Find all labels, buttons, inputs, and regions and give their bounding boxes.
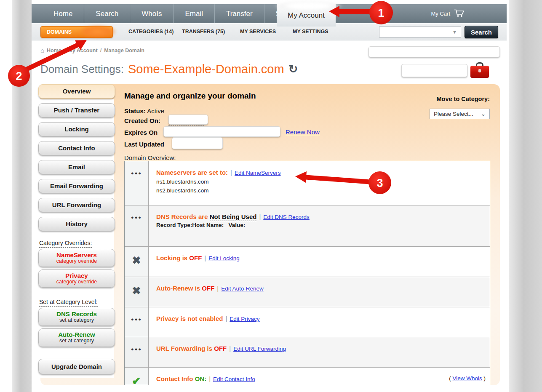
- page-container: HomeSearchWhoIsEmailTransferSSL My Accou…: [32, 4, 507, 385]
- updated-line: Last Updated: [124, 141, 164, 148]
- subnav-item-categories-14[interactable]: CATEGORIES (14): [128, 29, 174, 35]
- sidebar-item-nameservers[interactable]: NameServerscategory override: [38, 249, 115, 267]
- note-post: ): [482, 375, 486, 381]
- nav-tab-search[interactable]: Search: [84, 4, 130, 23]
- table-row: ●●●Nameservers are set to:|Edit NameServ…: [125, 161, 490, 205]
- table-row-status-cell: ✔: [125, 368, 149, 385]
- sidebar-item-label: Email Forwarding: [40, 182, 113, 189]
- top-navbar: HomeSearchWhoIsEmailTransferSSL My Accou…: [32, 4, 507, 23]
- move-to-category-label: Move to Category:: [406, 96, 490, 102]
- subnav-item-my-settings[interactable]: MY SETTINGS: [293, 29, 328, 35]
- nav-tab-email[interactable]: Email: [173, 4, 214, 23]
- top-nav-tabs: HomeSearchWhoIsEmailTransferSSL: [42, 4, 301, 23]
- row-title-segment: Privacy is not enabled: [156, 315, 223, 322]
- table-row-line: ns2.bluestardns.com: [156, 187, 483, 194]
- sidebar-item-history[interactable]: History: [38, 217, 115, 231]
- sidebar-item-sublabel: set at category: [40, 317, 113, 323]
- breadcrumb-my-account[interactable]: My Account: [68, 48, 97, 53]
- sub-navbar: DOMAINSCATEGORIES (14)TRANSFERS (75)MY S…: [32, 23, 507, 40]
- sidebar-item-contact-info[interactable]: Contact Info: [38, 141, 115, 155]
- sidebar-item-label: Privacy: [40, 272, 113, 279]
- sidebar-item-overview[interactable]: Overview: [38, 84, 115, 99]
- row-title-segment: Auto-Renew is: [156, 285, 202, 292]
- sidebar-item-label: Locking: [40, 125, 113, 133]
- row-title-segment: ON:: [195, 375, 207, 382]
- domain-name: Some-Example-Domain.com: [128, 62, 284, 76]
- table-row-record-headers: Record Type:Host Name: Value:: [156, 222, 483, 228]
- table-row-status-cell: ✖: [125, 277, 149, 307]
- redacted-field: [401, 64, 467, 77]
- edit-edit-locking-link[interactable]: Edit Locking: [208, 255, 240, 261]
- subnav-item-transfers-75[interactable]: TRANSFERS (75): [182, 29, 225, 35]
- edit-edit-dns-records-link[interactable]: Edit DNS Records: [263, 214, 310, 220]
- chevron-down-icon: ▼: [452, 29, 457, 35]
- created-line: Created On:: [124, 117, 160, 124]
- sidebar-item-email[interactable]: Email: [38, 160, 115, 174]
- cart-icon: [454, 9, 465, 19]
- refresh-icon[interactable]: ↻: [288, 64, 298, 75]
- table-row-title: URL Forwarding is OFF|Edit URL Forwardin…: [156, 345, 483, 352]
- ellipsis-icon: ●●●: [131, 317, 142, 337]
- ellipsis-icon: ●●●: [131, 171, 142, 205]
- domain-overview-table: ●●●Nameservers are set to:|Edit NameServ…: [124, 161, 490, 385]
- sidebar-item-sublabel: set at category: [40, 338, 113, 344]
- edit-edit-privacy-link[interactable]: Edit Privacy: [230, 316, 259, 322]
- table-row-line: ns1.bluestardns.com: [156, 179, 483, 185]
- sidebar-item-auto-renew[interactable]: Auto-Renewset at category: [38, 328, 115, 347]
- table-row: ✔Contact Info ON:|Edit Contact Info( Vie…: [125, 368, 490, 385]
- redacted-date: [163, 126, 280, 137]
- sidebar-gap: [38, 349, 115, 359]
- domain-search-select[interactable]: ▼: [379, 27, 461, 37]
- breadcrumb-manage-domain: Manage Domain: [104, 48, 144, 53]
- sidebar-item-locking[interactable]: Locking: [38, 122, 115, 136]
- category-overrides-heading: Category Overrides:: [39, 240, 115, 246]
- my-cart[interactable]: My Cart: [431, 4, 465, 23]
- table-row: ✖Auto-Renew is OFF|Edit Auto-Renew: [125, 277, 490, 307]
- move-to-category-select[interactable]: Please Select... ⌄: [430, 109, 490, 119]
- sidebar-item-email-forwarding[interactable]: Email Forwarding: [38, 179, 115, 193]
- left-gutter: [12, 0, 32, 392]
- row-title-segment: OFF: [214, 345, 227, 352]
- table-row: ●●●Privacy is not enabled|Edit Privacy: [125, 307, 490, 337]
- set-at-category-heading-text: Set at Category Level:: [39, 299, 98, 307]
- edit-edit-nameservers-link[interactable]: Edit NameServers: [235, 170, 281, 176]
- domain-overview-label: Domain Overview:: [124, 154, 176, 161]
- nav-tab-transfer[interactable]: Transfer: [214, 4, 264, 23]
- edit-edit-auto-renew-link[interactable]: Edit Auto-Renew: [221, 285, 264, 292]
- sidebar-item-privacy[interactable]: Privacycategory override: [38, 269, 115, 288]
- sidebar-item-url-forwarding[interactable]: URL Forwarding: [38, 198, 115, 212]
- tab-my-account[interactable]: My Account: [277, 4, 336, 27]
- renew-now-link[interactable]: Renew Now: [286, 128, 320, 136]
- separator: |: [217, 285, 219, 292]
- expires-label: Expires On: [124, 129, 158, 136]
- category-overrides-heading-text: Category Overrides:: [39, 240, 92, 248]
- subnav-item-my-services[interactable]: MY SERVICES: [240, 29, 276, 35]
- set-at-category-heading: Set at Category Level:: [39, 299, 115, 305]
- subnav-item-domains[interactable]: DOMAINS: [40, 26, 113, 38]
- separator: |: [204, 254, 206, 261]
- sidebar-item-label: Overview: [40, 88, 113, 95]
- search-button[interactable]: Search: [465, 26, 498, 38]
- edit-edit-url-forwarding-link[interactable]: Edit URL Forwarding: [233, 346, 286, 352]
- view-whois-link[interactable]: View Whois: [452, 375, 482, 381]
- sidebar: OverviewPush / TransferLockingContact In…: [38, 84, 115, 379]
- sidebar-item-push-transfer[interactable]: Push / Transfer: [38, 103, 115, 117]
- edit-edit-contact-info-link[interactable]: Edit Contact Info: [213, 376, 255, 382]
- status-line: Status: Active: [124, 107, 164, 115]
- toolbox-icon[interactable]: [470, 62, 489, 78]
- renew-now: Renew Now: [286, 128, 320, 136]
- sidebar-item-dns-records[interactable]: DNS Recordsset at category: [38, 308, 115, 326]
- table-row-status-cell: ✖: [125, 247, 149, 277]
- nav-tab-whois[interactable]: WhoIs: [130, 4, 173, 23]
- x-icon: ✖: [132, 286, 141, 307]
- separator: |: [225, 315, 227, 322]
- table-row-content: Nameservers are set to:|Edit NameServers…: [149, 161, 490, 205]
- sidebar-item-upgrade-domain[interactable]: Upgrade Domain: [38, 359, 115, 374]
- nav-tab-home[interactable]: Home: [42, 4, 84, 23]
- sidebar-item-label: DNS Records: [40, 310, 113, 317]
- table-row-title: Nameservers are set to:|Edit NameServers: [156, 169, 483, 176]
- breadcrumb-home[interactable]: Home: [47, 48, 61, 53]
- status-label: Status:: [124, 107, 146, 115]
- row-title-segment: Contact Info: [156, 375, 195, 382]
- sidebar-item-sublabel: category override: [40, 279, 113, 285]
